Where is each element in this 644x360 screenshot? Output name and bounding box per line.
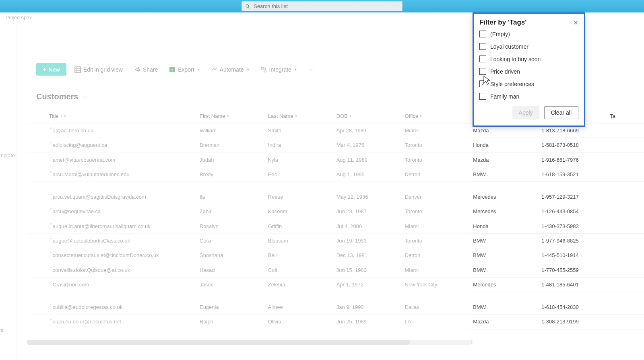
shared-link-icon: ↗ xyxy=(49,141,52,145)
breadcrumb-project[interactable]: ProjectApex xyxy=(6,15,32,21)
shared-link-icon: ↗ xyxy=(49,171,52,174)
excel-icon: X xyxy=(169,66,175,73)
filter-option-label: Family man xyxy=(490,93,519,100)
integrate-button[interactable]: Integrate ▾ xyxy=(257,64,300,75)
left-nav-stub xyxy=(0,12,17,360)
svg-rect-8 xyxy=(261,67,263,69)
horizontal-scrollbar[interactable] xyxy=(27,340,473,345)
filter-option[interactable]: Looking to buy soon xyxy=(479,56,578,62)
filter-panel-title: Filter by 'Tags' xyxy=(479,19,526,27)
shared-link-icon: ↗ xyxy=(49,193,52,197)
mouse-cursor xyxy=(483,75,491,86)
table-row[interactable]: ↗augue@luctuslobortisClass.co.ukCoraBlos… xyxy=(27,233,644,248)
search-box[interactable] xyxy=(242,1,402,11)
apply-button[interactable]: Apply xyxy=(512,106,539,119)
table-row[interactable]: ↗diam.eu.dolor@necmetus.netRalphOliviaJu… xyxy=(27,315,644,329)
filter-option-label: Style preferences xyxy=(490,81,534,87)
filter-option[interactable]: Family man xyxy=(479,93,578,100)
checkbox[interactable] xyxy=(479,93,486,100)
shared-link-icon: ↗ xyxy=(49,251,52,255)
favorite-star-icon[interactable]: ☆ xyxy=(83,94,88,100)
table-row[interactable]: ↗convallis.dolor.Quisque@at.co.ukHasadCo… xyxy=(27,263,644,277)
plus-icon: + xyxy=(43,66,46,73)
svg-rect-9 xyxy=(264,70,266,72)
filter-option-label: Price driven xyxy=(490,68,520,75)
integrate-icon xyxy=(260,66,267,73)
filter-option-label: Loyal customer xyxy=(490,43,528,50)
table-row[interactable]: ↗arcu.vel.quam@sagittisDuisgravida.comIl… xyxy=(27,182,644,204)
filter-option-label: (Empty) xyxy=(490,31,510,37)
share-icon xyxy=(134,66,140,73)
shared-link-icon: ↗ xyxy=(49,208,52,211)
more-actions-button[interactable]: ⋯ xyxy=(305,64,318,76)
svg-rect-2 xyxy=(75,67,80,72)
table-row[interactable]: ↗arcu.Morbi@vulputateduinec.eduBrodyEric… xyxy=(27,167,644,181)
table-row[interactable]: ↗adipiscing@augueut.caBrennanIndiraMar 4… xyxy=(27,138,644,152)
shared-link-icon: ↗ xyxy=(49,266,52,270)
checkbox[interactable] xyxy=(479,68,486,75)
sort-asc-icon: ↑ xyxy=(60,114,62,118)
col-first-name[interactable]: First Name▾ xyxy=(196,109,265,123)
filter-option[interactable]: (Empty) xyxy=(479,31,578,37)
automate-button[interactable]: Automate ▾ xyxy=(208,64,252,75)
close-icon[interactable]: ✕ xyxy=(573,19,578,27)
table-row[interactable]: ↗arcu@nequevitae.caZahirKaseemJun 23, 19… xyxy=(27,204,644,219)
shared-link-icon: ↗ xyxy=(49,281,52,284)
svg-text:X: X xyxy=(171,68,173,72)
chevron-down-icon: ▾ xyxy=(295,67,297,72)
shared-link-icon: ↗ xyxy=(49,303,52,307)
shared-link-icon: ↗ xyxy=(49,127,52,130)
app-topbar xyxy=(0,0,644,12)
svg-point-0 xyxy=(246,4,249,7)
shared-link-icon: ↗ xyxy=(49,156,52,160)
scrollbar-thumb[interactable] xyxy=(27,340,410,345)
chevron-down-icon: ▾ xyxy=(198,67,200,72)
left-nav-partial-2: nt xyxy=(0,327,4,333)
chevron-down-icon: ▾ xyxy=(64,114,66,118)
edit-grid-button[interactable]: Edit in grid view xyxy=(71,64,126,75)
table-row[interactable]: ↗Cras@non.comJasonZeleniaApr 1, 1972New … xyxy=(27,277,644,292)
new-button[interactable]: + New xyxy=(36,63,66,76)
table-row[interactable]: ↗cubilia@eudoloregestas.co.ukEugeniaAime… xyxy=(27,292,644,315)
checkbox[interactable] xyxy=(479,31,486,37)
new-button-label: New xyxy=(49,66,60,73)
col-title[interactable]: Title↑▾ xyxy=(46,109,196,123)
table-row[interactable]: ↗consectetuer.cursus.et@tinciduntDonec.c… xyxy=(27,248,644,263)
list-grid: Title↑▾ First Name▾ Last Name▾ DOB▾ Offi… xyxy=(27,109,644,341)
col-office[interactable]: Office▾ xyxy=(402,109,470,123)
table-row[interactable]: ↗amet@vitaeposuereat.comJudahKylaAug 11,… xyxy=(27,152,644,167)
col-tags-partial[interactable]: Ta xyxy=(607,109,644,123)
svg-line-1 xyxy=(248,7,250,8)
share-button[interactable]: Share xyxy=(131,64,161,75)
search-input[interactable] xyxy=(254,3,399,9)
filter-option-label: Looking to buy soon xyxy=(490,56,541,62)
shared-link-icon: ↗ xyxy=(49,237,52,241)
clear-all-button[interactable]: Clear all xyxy=(544,106,578,119)
grid-icon xyxy=(74,66,81,73)
command-bar: + New Edit in grid view Share X Export ▾… xyxy=(36,63,318,76)
export-button[interactable]: X Export ▾ xyxy=(166,64,202,75)
filter-option[interactable]: Style preferences xyxy=(479,80,578,87)
table-row[interactable]: ↗augue.id.ante@liberomaurisaliquam.co.uk… xyxy=(27,219,644,233)
shared-link-icon: ↗ xyxy=(49,222,52,226)
filter-option[interactable]: Price driven xyxy=(479,68,578,75)
checkbox[interactable] xyxy=(479,43,486,50)
filter-panel: Filter by 'Tags' ✕ (Empty)Loyal customer… xyxy=(473,12,585,127)
left-nav-partial-1: mplate xyxy=(0,152,15,158)
filter-option[interactable]: Loyal customer xyxy=(479,43,578,50)
search-icon xyxy=(245,4,250,9)
list-title: Customers xyxy=(36,92,78,101)
col-dob[interactable]: DOB▾ xyxy=(333,109,402,123)
checkbox[interactable] xyxy=(479,56,486,62)
shared-link-icon: ↗ xyxy=(49,318,52,321)
flow-icon xyxy=(211,66,217,73)
col-last-name[interactable]: Last Name▾ xyxy=(265,109,333,123)
chevron-down-icon: ▾ xyxy=(247,67,249,72)
